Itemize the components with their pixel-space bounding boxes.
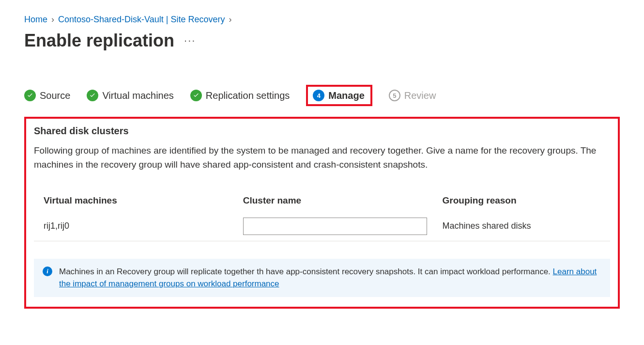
step-source[interactable]: Source bbox=[24, 90, 70, 101]
info-message: Machines in an Recovery group will repli… bbox=[59, 267, 553, 276]
cell-vm: rij1,rij0 bbox=[44, 221, 233, 231]
step-label: Manage bbox=[328, 90, 364, 101]
page-title: Enable replication bbox=[24, 31, 174, 51]
clusters-table: Virtual machines Cluster name Grouping r… bbox=[34, 189, 610, 241]
step-virtual-machines[interactable]: Virtual machines bbox=[87, 90, 173, 101]
col-header-cluster: Cluster name bbox=[243, 195, 433, 206]
info-text: Machines in an Recovery group will repli… bbox=[59, 266, 601, 290]
step-label: Replication settings bbox=[206, 90, 290, 101]
page-title-row: Enable replication ··· bbox=[24, 31, 620, 51]
breadcrumb-vault[interactable]: Contoso-Shared-Disk-Vault | Site Recover… bbox=[58, 15, 225, 25]
step-label: Virtual machines bbox=[102, 90, 173, 101]
shared-disk-clusters-panel: Shared disk clusters Following group of … bbox=[24, 117, 620, 309]
step-replication-settings[interactable]: Replication settings bbox=[190, 90, 290, 101]
check-icon bbox=[24, 90, 36, 101]
info-icon: i bbox=[43, 267, 52, 276]
step-manage[interactable]: 4 Manage bbox=[306, 85, 372, 106]
chevron-right-icon: › bbox=[51, 15, 54, 25]
check-icon bbox=[87, 90, 98, 101]
more-actions-button[interactable]: ··· bbox=[184, 34, 196, 47]
breadcrumb: Home › Contoso-Shared-Disk-Vault | Site … bbox=[24, 15, 620, 25]
cell-cluster-name bbox=[243, 218, 433, 235]
step-label: Source bbox=[40, 90, 70, 101]
panel-description: Following group of machines are identifi… bbox=[34, 143, 610, 172]
wizard-steps: Source Virtual machines Replication sett… bbox=[24, 85, 620, 106]
info-box: i Machines in an Recovery group will rep… bbox=[34, 259, 610, 297]
chevron-right-icon: › bbox=[229, 15, 232, 25]
table-header-row: Virtual machines Cluster name Grouping r… bbox=[34, 189, 610, 212]
step-review[interactable]: 5 Review bbox=[389, 90, 436, 101]
check-icon bbox=[190, 90, 202, 101]
cluster-name-input[interactable] bbox=[243, 218, 427, 235]
breadcrumb-home[interactable]: Home bbox=[24, 15, 47, 25]
panel-heading: Shared disk clusters bbox=[34, 125, 610, 137]
step-number-icon: 4 bbox=[313, 90, 324, 101]
step-number-icon: 5 bbox=[389, 90, 400, 101]
table-row: rij1,rij0 Machines shared disks bbox=[34, 212, 610, 241]
cell-reason: Machines shared disks bbox=[443, 221, 600, 231]
col-header-vm: Virtual machines bbox=[44, 195, 233, 206]
col-header-reason: Grouping reason bbox=[443, 195, 600, 206]
step-label: Review bbox=[404, 90, 436, 101]
